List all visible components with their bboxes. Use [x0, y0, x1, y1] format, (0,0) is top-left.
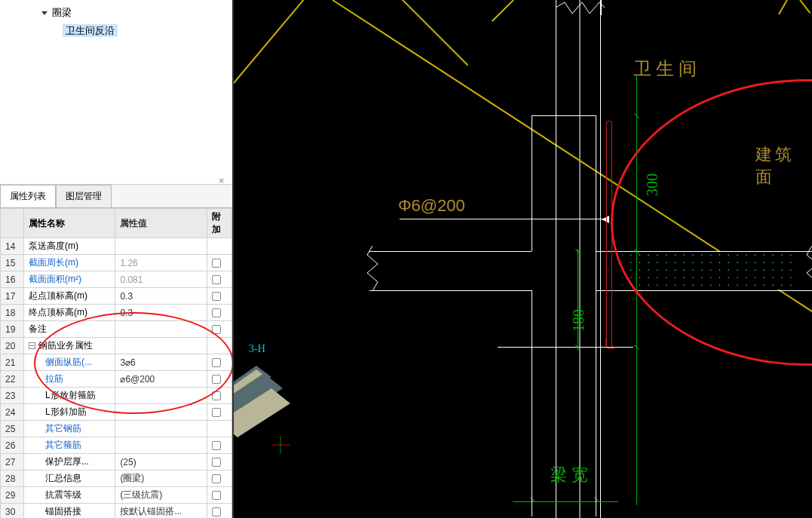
value-cell[interactable]: [115, 421, 207, 437]
yellow-guide-2: [360, 0, 468, 66]
property-name: 侧面纵筋(...: [45, 357, 92, 367]
extra-checkbox[interactable]: [212, 391, 221, 400]
property-name: 其它箍筋: [45, 440, 81, 450]
value-cell[interactable]: 按默认锚固搭...: [115, 504, 207, 519]
table-header-row: 属性名称 属性值 附加: [1, 209, 232, 238]
tree-child-label: 卫生间反沿: [63, 24, 118, 37]
value-cell[interactable]: 0.3: [115, 288, 207, 305]
extra-checkbox[interactable]: [212, 325, 221, 334]
value-cell[interactable]: (三级抗震): [115, 487, 207, 504]
table-row[interactable]: 16截面面积(m²)0.081: [1, 271, 232, 288]
cad-viewport[interactable]: 3-H 卫生间 建筑面 300 180 梁宽 Φ6@200: [234, 0, 812, 518]
table-row[interactable]: 30锚固搭接按默认锚固搭...: [1, 504, 232, 519]
tree-node-parent[interactable]: 圈梁: [41, 6, 232, 20]
table-row[interactable]: 22拉筋⌀6@200: [1, 371, 232, 388]
name-cell[interactable]: 汇总信息: [23, 470, 115, 487]
extra-checkbox[interactable]: [212, 408, 221, 417]
tree-node-child[interactable]: 卫生间反沿: [63, 24, 232, 38]
value-cell[interactable]: (25): [115, 454, 207, 470]
table-row[interactable]: 23L形放射箍筋: [1, 388, 232, 404]
name-cell[interactable]: 泵送高度(m): [23, 238, 115, 255]
table-row[interactable]: 21侧面纵筋(...3⌀6: [1, 354, 232, 371]
break-left: [366, 246, 379, 299]
table-row[interactable]: 24L形斜加筋: [1, 404, 232, 421]
slab-top-left: [369, 251, 532, 252]
table-row[interactable]: 14泵送高度(m): [1, 238, 232, 255]
leader-line: [400, 219, 607, 219]
room-label: 卫生间: [633, 57, 701, 81]
value-cell[interactable]: [115, 238, 207, 255]
value-cell[interactable]: [115, 321, 207, 338]
extra-checkbox[interactable]: [212, 259, 221, 268]
name-cell[interactable]: 其它箍筋: [23, 437, 115, 454]
name-cell[interactable]: 拉筋: [23, 371, 115, 388]
name-cell[interactable]: 侧面纵筋(...: [23, 354, 115, 371]
table-row[interactable]: 17起点顶标高(m)0.3: [1, 288, 232, 305]
extra-cell: [207, 338, 231, 354]
expand-toggle-icon[interactable]: −: [29, 342, 35, 349]
name-cell[interactable]: 截面周长(m): [23, 255, 115, 271]
value-cell[interactable]: ⌀6@200: [115, 371, 207, 388]
name-cell[interactable]: 截面面积(m²): [23, 271, 115, 288]
extra-checkbox[interactable]: [212, 275, 221, 284]
yellow-guide-5: [778, 0, 788, 15]
table-row[interactable]: 27保护层厚...(25): [1, 454, 232, 470]
extra-checkbox[interactable]: [212, 308, 221, 317]
property-name: 截面面积(m²): [29, 274, 81, 284]
table-row[interactable]: 29抗震等级(三级抗震): [1, 487, 232, 504]
value-cell[interactable]: 0.081: [115, 271, 207, 288]
value-cell[interactable]: (圈梁): [115, 470, 207, 487]
extra-checkbox[interactable]: [212, 441, 221, 450]
name-cell[interactable]: L形斜加筋: [23, 404, 115, 421]
extra-checkbox[interactable]: [212, 507, 221, 516]
table-row[interactable]: 28汇总信息(圈梁): [1, 470, 232, 487]
extra-checkbox[interactable]: [212, 474, 221, 483]
value-cell[interactable]: [115, 437, 207, 454]
tab-properties[interactable]: 属性列表: [0, 185, 56, 207]
value-cell[interactable]: 0.3: [115, 305, 207, 321]
extra-cell: [207, 305, 231, 321]
extra-cell: [207, 421, 231, 437]
table-row[interactable]: 15截面周长(m)1.26: [1, 255, 232, 271]
extra-checkbox[interactable]: [212, 358, 221, 367]
extra-checkbox[interactable]: [212, 491, 221, 500]
extra-cell: [207, 404, 231, 421]
extra-cell: [207, 371, 231, 388]
row-number: 28: [1, 470, 24, 487]
close-icon[interactable]: ×: [219, 175, 229, 185]
row-number: 22: [1, 371, 24, 388]
table-row[interactable]: 26其它箍筋: [1, 437, 232, 454]
value-cell[interactable]: 1.26: [115, 255, 207, 271]
extra-checkbox[interactable]: [212, 458, 221, 467]
name-cell[interactable]: 终点顶标高(m): [23, 305, 115, 321]
row-number: 27: [1, 454, 24, 470]
value-cell[interactable]: [115, 404, 207, 421]
extra-checkbox[interactable]: [212, 292, 221, 301]
row-number: 17: [1, 288, 24, 305]
name-cell[interactable]: 起点顶标高(m): [23, 288, 115, 305]
name-cell[interactable]: 抗震等级: [23, 487, 115, 504]
row-number: 21: [1, 354, 24, 371]
table-row[interactable]: 18终点顶标高(m)0.3: [1, 305, 232, 321]
name-cell[interactable]: 锚固搭接: [23, 504, 115, 519]
extra-checkbox[interactable]: [212, 375, 221, 384]
value-cell[interactable]: [115, 338, 207, 354]
extra-cell: [207, 288, 231, 305]
rebar-hook: [606, 121, 612, 347]
dim-vline: [636, 75, 637, 505]
value-cell[interactable]: 3⌀6: [115, 354, 207, 371]
name-cell[interactable]: L形放射箍筋: [23, 388, 115, 404]
table-row[interactable]: 25其它钢筋: [1, 421, 232, 437]
name-cell[interactable]: 其它钢筋: [23, 421, 115, 437]
table-row[interactable]: 20−钢筋业务属性: [1, 338, 232, 354]
break-right: [805, 246, 812, 299]
row-number: 19: [1, 321, 24, 338]
name-cell[interactable]: −钢筋业务属性: [23, 338, 115, 354]
extra-cell: [207, 271, 231, 288]
tab-layers[interactable]: 图层管理: [56, 185, 112, 207]
break-symbol-top: [556, 0, 605, 23]
name-cell[interactable]: 保护层厚...: [23, 454, 115, 470]
name-cell[interactable]: 备注: [23, 321, 115, 338]
table-row[interactable]: 19备注: [1, 321, 232, 338]
value-cell[interactable]: [115, 388, 207, 404]
